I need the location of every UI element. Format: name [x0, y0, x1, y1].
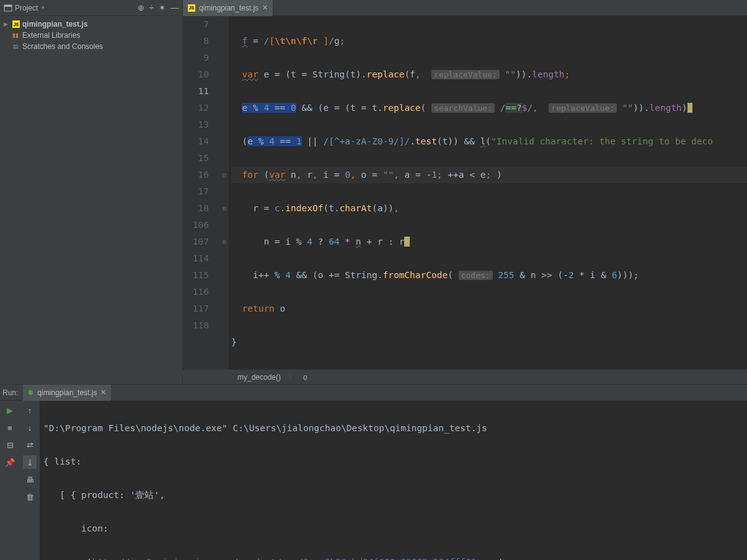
close-icon[interactable]: ✕ [262, 4, 268, 12]
run-header: Run: ⬢ qimingpian_test.js ✕ [0, 385, 747, 401]
pin-icon[interactable]: 📌 [3, 455, 17, 469]
tree-item-scratches[interactable]: ▤ Scratches and Consoles [0, 41, 182, 52]
breadcrumb: my_decode() 〉 o [183, 369, 747, 384]
close-icon[interactable]: ✕ [100, 388, 106, 396]
tree-label: Scratches and Consoles [22, 42, 103, 51]
breadcrumb-fn[interactable]: my_decode() [237, 373, 281, 382]
run-title: Run: [2, 388, 18, 397]
sidebar-title-group[interactable]: Project ▼ [4, 4, 45, 12]
run-tool-window: Run: ⬢ qimingpian_test.js ✕ ▶ ■ ⊟ 📌 ↑ ↓ … [0, 384, 747, 560]
run-tab-label: qimingpian_test.js [37, 388, 97, 397]
locate-icon[interactable]: ⊕ [138, 3, 144, 12]
code-editor[interactable]: 7 8 9 10 11 12 13 14 15 16 17 18 106 107… [183, 16, 747, 369]
scratch-icon: ▤ [11, 42, 20, 51]
sidebar-header: Project ▼ ⊕ ÷ ✶ — [0, 0, 182, 16]
chevron-right-icon: 〉 [288, 372, 296, 382]
tree-item-libraries[interactable]: ▮▮ External Libraries [0, 30, 182, 41]
scroll-end-icon[interactable]: ⤓ [23, 455, 37, 469]
trash-icon[interactable]: 🗑 [23, 490, 37, 504]
soft-wrap-icon[interactable]: ⇄ [23, 438, 37, 452]
tree-item-root[interactable]: ▶ JS qimingpian_test.js [0, 19, 182, 30]
fold-plus-icon[interactable]: ⊞ [220, 234, 229, 250]
run-toolbar-left: ▶ ■ ⊟ 📌 [0, 401, 20, 560]
breadcrumb-var[interactable]: o [303, 373, 307, 382]
down-icon[interactable]: ↓ [23, 421, 37, 434]
fold-gutter: ⊟ ⊞ ⊞ [220, 16, 229, 369]
url-link[interactable]: http://img1.qimingpian.com/product/raw/3… [92, 557, 498, 560]
sidebar-title: Project [15, 4, 38, 12]
stop-icon[interactable]: ■ [3, 421, 17, 434]
console-line: [ { product: '壹站', [43, 487, 743, 504]
console-line: { list: [43, 453, 743, 470]
editor-tabs: JS qimingpian_test.js ✕ [183, 0, 747, 16]
rerun-icon[interactable]: ▶ [3, 403, 17, 417]
gear-icon[interactable]: ✶ [159, 3, 166, 12]
tree-label: qimingpian_test.js [22, 20, 87, 28]
hide-icon[interactable]: — [170, 3, 179, 12]
console-line: "D:\Program Files\nodejs\node.exe" C:\Us… [43, 420, 743, 437]
editor-area: JS qimingpian_test.js ✕ 7 8 9 10 11 12 1… [183, 0, 747, 384]
fold-plus-icon[interactable]: ⊞ [220, 200, 229, 217]
code-content[interactable]: f = /[\t\n\f\r ]/g; var e = (t = String(… [229, 16, 747, 369]
print-icon[interactable]: 🖶 [23, 473, 37, 486]
tree-label: External Libraries [22, 31, 80, 40]
svg-rect-1 [4, 5, 12, 7]
collapse-icon[interactable]: ÷ [149, 3, 154, 12]
layout-icon[interactable]: ⊟ [3, 438, 17, 452]
run-body: ▶ ■ ⊟ 📌 ↑ ↓ ⇄ ⤓ 🖶 🗑 "D:\Program Files\no… [0, 401, 747, 560]
project-tree: ▶ JS qimingpian_test.js ▮▮ External Libr… [0, 16, 182, 55]
console-line: icon: [43, 520, 743, 537]
line-number-gutter: 7 8 9 10 11 12 13 14 15 16 17 18 106 107… [183, 16, 220, 369]
library-icon: ▮▮ [11, 31, 20, 40]
js-file-icon: JS [12, 20, 20, 28]
up-icon[interactable]: ↑ [23, 403, 37, 417]
sidebar-actions: ⊕ ÷ ✶ — [138, 3, 179, 12]
expand-arrow-icon[interactable]: ▶ [4, 21, 10, 27]
run-tab[interactable]: ⬢ qimingpian_test.js ✕ [23, 385, 111, 401]
run-config-icon: ⬢ [28, 389, 33, 396]
console-line: 'http://img1.qimingpian.com/product/raw/… [43, 554, 743, 560]
dropdown-icon: ▼ [40, 5, 45, 11]
project-sidebar: Project ▼ ⊕ ÷ ✶ — ▶ JS qimingpian_test.j… [0, 0, 183, 384]
console-output[interactable]: "D:\Program Files\nodejs\node.exe" C:\Us… [40, 401, 747, 560]
project-icon [4, 4, 12, 12]
run-toolbar-right: ↑ ↓ ⇄ ⤓ 🖶 🗑 [20, 401, 40, 560]
editor-tab[interactable]: JS qimingpian_test.js ✕ [183, 0, 273, 16]
tab-label: qimingpian_test.js [199, 4, 259, 12]
fold-minus-icon[interactable]: ⊟ [220, 167, 229, 183]
js-file-icon: JS [188, 4, 195, 12]
